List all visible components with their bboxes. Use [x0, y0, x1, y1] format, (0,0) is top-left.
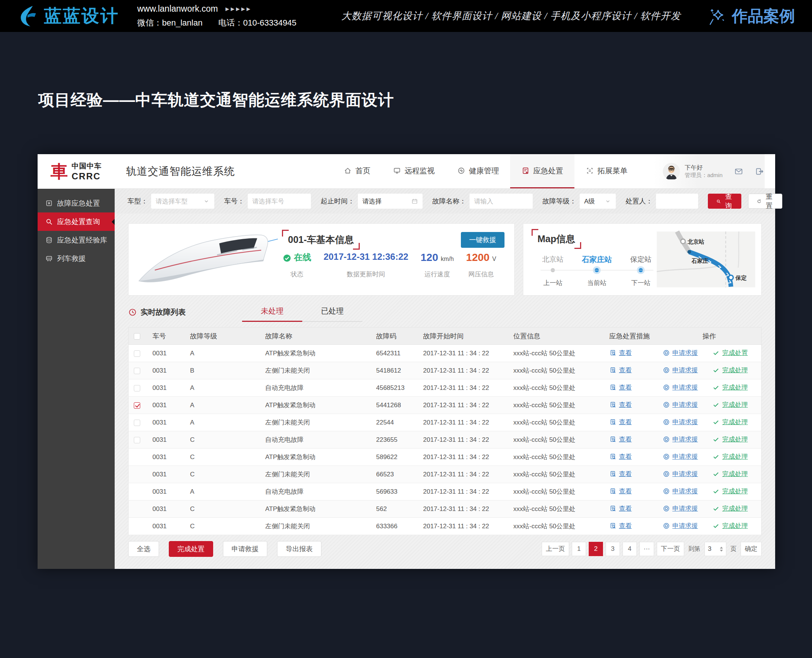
lanlan-logo[interactable]: 蓝蓝设计 — [17, 4, 119, 28]
cell-train-no: 0031 — [147, 500, 185, 518]
complete-link[interactable]: 完成处理 — [712, 522, 748, 530]
view-link[interactable]: 查看 — [609, 487, 632, 495]
bulk-action-button-4[interactable]: 导出报表 — [277, 541, 321, 557]
view-link[interactable]: 查看 — [609, 452, 632, 461]
nav-item-3[interactable]: 健康管理 — [446, 154, 510, 188]
station-progress: 北京站上一站石家庄站当前站保定站下一站 — [533, 255, 661, 287]
fault-name-input[interactable]: 请输入 — [469, 194, 533, 209]
prev-page-button[interactable]: 上一页 — [542, 542, 569, 556]
complete-link[interactable]: 完成处理 — [712, 400, 748, 409]
page-button-3[interactable]: 3 — [605, 542, 620, 556]
check-icon — [712, 367, 720, 374]
row-checkbox[interactable] — [134, 402, 140, 409]
view-link[interactable]: 查看 — [609, 366, 632, 374]
page-stepper-icon[interactable] — [720, 545, 723, 553]
train-type-select[interactable]: 请选择车型 — [151, 194, 214, 209]
page-button-2[interactable]: 2 — [589, 542, 603, 556]
nav-item-2[interactable]: 远程监视 — [382, 154, 446, 188]
bulk-action-button-2[interactable]: 完成处置 — [169, 541, 213, 557]
request-rescue-link[interactable]: 申请求援 — [663, 452, 698, 461]
crrc-logo-cn: 中国中车 — [72, 161, 102, 171]
one-key-rescue-button[interactable]: 一键救援 — [461, 232, 504, 248]
view-link[interactable]: 查看 — [609, 400, 632, 409]
complete-link[interactable]: 完成处置 — [712, 349, 748, 357]
request-rescue-link[interactable]: 申请求援 — [663, 470, 698, 478]
row-checkbox[interactable] — [134, 420, 140, 426]
cell-start-time: 2017-12-31 11 : 34 : 22 — [418, 345, 508, 362]
cell-train-no: 0031 — [147, 431, 185, 448]
tab-2[interactable]: 已处理 — [302, 306, 362, 322]
next-page-button[interactable]: 下一页 — [657, 542, 684, 556]
view-link[interactable]: 查看 — [609, 504, 632, 513]
request-rescue-link[interactable]: 申请求援 — [663, 383, 698, 392]
complete-link[interactable]: 完成处理 — [712, 418, 748, 426]
row-checkbox[interactable] — [134, 437, 140, 443]
goto-page-input[interactable]: 3 — [704, 542, 726, 556]
request-rescue-link[interactable]: 申请求援 — [663, 522, 698, 530]
request-rescue-link[interactable]: 申请求援 — [663, 400, 698, 409]
table-row: 0031 A ATP触发紧急制动 5441268 2017-12-31 11 :… — [128, 397, 762, 414]
nav-item-5[interactable]: 拓展菜单 — [574, 154, 639, 188]
page-button-1[interactable]: 1 — [572, 542, 586, 556]
request-rescue-link[interactable]: 申请求援 — [663, 349, 698, 357]
cell-train-no: 0031 — [147, 414, 185, 431]
view-link[interactable]: 查看 — [609, 435, 632, 444]
request-rescue-link[interactable]: 申请求援 — [663, 366, 698, 374]
reset-button[interactable]: 重置 — [748, 194, 782, 209]
bulk-action-button-3[interactable]: 申请救援 — [223, 541, 267, 557]
complete-link[interactable]: 完成处理 — [712, 487, 748, 495]
complete-link[interactable]: 完成处理 — [712, 504, 748, 513]
request-rescue-link[interactable]: 申请求援 — [663, 487, 698, 495]
row-checkbox[interactable] — [134, 385, 140, 392]
query-button[interactable]: 查询 — [708, 194, 741, 209]
fault-level-select[interactable]: A级 — [580, 194, 616, 209]
column-header-6: 位置信息 — [508, 327, 604, 345]
goto-confirm-button[interactable]: 确定 — [740, 542, 762, 556]
contact-block: www.lanlanwork.com ▶▶▶▶▶ 微信：ben_lanlan 电… — [137, 4, 297, 28]
cell-fault-name: ATP触发紧急制动 — [260, 397, 371, 414]
tab-1[interactable]: 未处理 — [242, 306, 302, 322]
sidebar-item-3[interactable]: 应急处置经验库 — [38, 231, 115, 249]
view-link[interactable]: 查看 — [609, 383, 632, 392]
complete-link[interactable]: 完成处理 — [712, 452, 748, 461]
row-checkbox[interactable] — [134, 351, 140, 357]
sidebar-item-1[interactable]: 故障应急处置 — [38, 194, 115, 212]
check-icon — [712, 488, 720, 495]
nav-item-1[interactable]: 首页 — [332, 154, 382, 188]
goto-prefix-label: 到第 — [688, 545, 700, 553]
portfolio-link[interactable]: 作品案例 — [707, 6, 795, 27]
complete-link[interactable]: 完成处理 — [712, 383, 748, 392]
select-all-checkbox[interactable] — [134, 333, 140, 340]
view-link[interactable]: 查看 — [609, 349, 632, 357]
table-row: 0031 A 自动充电故障 569633 2017-12-31 11 : 34 … — [128, 483, 762, 500]
map-label-baoding: 保定 — [735, 274, 747, 281]
view-link[interactable]: 查看 — [609, 418, 632, 426]
cell-fault-name: 左侧门未能关闭 — [260, 362, 371, 379]
cell-fault-name: ATP触发紧急制动 — [260, 345, 371, 362]
avatar[interactable] — [663, 163, 680, 180]
logout-icon[interactable] — [755, 166, 765, 176]
request-rescue-link[interactable]: 申请求援 — [663, 504, 698, 513]
date-range-picker[interactable]: 请选择 — [358, 194, 422, 209]
complete-link[interactable]: 完成处理 — [712, 470, 748, 478]
view-link[interactable]: 查看 — [609, 470, 632, 478]
site-url[interactable]: www.lanlanwork.com — [137, 4, 218, 14]
map-card-title: Map信息 — [532, 229, 581, 249]
bulk-action-button-1[interactable]: 全选 — [128, 541, 159, 557]
doc-search-icon — [609, 470, 616, 478]
request-rescue-link[interactable]: 申请求援 — [663, 435, 698, 444]
sidebar-item-2[interactable]: 应急处置查询 — [38, 212, 115, 231]
view-link[interactable]: 查看 — [609, 522, 632, 530]
page-button-4[interactable]: 4 — [623, 542, 637, 556]
sidebar-item-4[interactable]: 列车救援 — [38, 249, 115, 268]
nav-item-4[interactable]: 应急处置 — [510, 154, 574, 188]
cell-fault-code: 5418612 — [371, 362, 418, 379]
mail-icon[interactable] — [734, 166, 743, 176]
train-no-input[interactable]: 请选择车号 — [248, 194, 311, 209]
request-rescue-link[interactable]: 申请求援 — [663, 418, 698, 426]
complete-link[interactable]: 完成处理 — [712, 366, 748, 374]
handler-input[interactable] — [656, 194, 698, 209]
row-checkbox[interactable] — [134, 368, 140, 374]
complete-link[interactable]: 完成处理 — [712, 435, 748, 444]
doc-search-icon — [609, 453, 616, 460]
